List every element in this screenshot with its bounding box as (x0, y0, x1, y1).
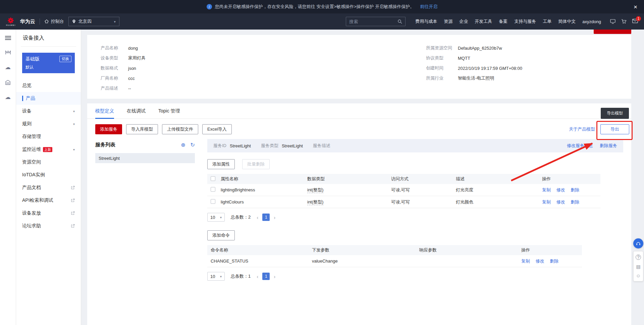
nav-ticket[interactable]: 工单 (543, 18, 551, 25)
page-size-select[interactable]: 10 ▾ (207, 272, 225, 281)
industry-value: 智能生活-电工照明 (458, 75, 494, 81)
service-title: 设备接入 (16, 30, 81, 46)
upload-model-file-button[interactable]: 上传模型文件 (162, 124, 198, 134)
refresh-icon[interactable]: ↻ (191, 142, 195, 148)
add-command-button[interactable]: 添加命令 (207, 230, 235, 240)
nav-account[interactable]: axyzdong (582, 19, 601, 24)
row-checkbox[interactable] (211, 187, 215, 192)
sidebar-item-resource-spaces[interactable]: 资源空间 (16, 156, 81, 169)
edition-name: 基础版 (25, 56, 40, 62)
chevron-left-icon[interactable]: ‹ (256, 215, 259, 220)
excel-import-button[interactable]: Excel导入 (202, 124, 232, 134)
chevron-down-icon: ▾ (73, 148, 75, 151)
nav-resources[interactable]: 资源 (444, 18, 452, 25)
new-badge: 上新 (43, 147, 52, 152)
edit-link[interactable]: 修改 (556, 199, 565, 204)
copy-link[interactable]: 复制 (542, 199, 551, 204)
edition-switch-button[interactable]: 切换 (59, 56, 71, 62)
sidebar-item-forum-help[interactable]: 论坛求助 (16, 220, 81, 232)
chevron-right-icon[interactable]: › (273, 215, 276, 220)
sidebar-item-device-provisioning[interactable]: 设备发放 (16, 207, 81, 220)
search-icon[interactable] (397, 19, 402, 24)
delete-link[interactable]: 删除 (571, 199, 579, 204)
edition-card[interactable]: 基础版 切换 默认 (22, 53, 75, 73)
total-count: 1 (248, 274, 251, 279)
add-property-button[interactable]: 添加属性 (207, 159, 235, 169)
nav-cost[interactable]: 费用与成本 (415, 18, 437, 25)
add-service-icon[interactable]: ⊕ (181, 142, 185, 148)
sidebar-item-devices[interactable]: 设备 ▾ (16, 105, 81, 118)
support-chat-icon[interactable] (633, 238, 643, 248)
sidebar-item-ops-monitor[interactable]: 监控运维上新 ▾ (16, 143, 81, 156)
tab-topic-management[interactable]: Topic 管理 (158, 103, 180, 119)
cloud-service-icon[interactable]: ☁ (5, 64, 11, 71)
header-search[interactable] (346, 17, 406, 26)
partial-red-button[interactable] (594, 30, 631, 34)
row-checkbox[interactable] (211, 199, 215, 204)
edit-service-info-link[interactable]: 修改服务信息 (567, 143, 593, 149)
nav-enterprise[interactable]: 企业 (459, 18, 468, 25)
smiley-feedback-icon[interactable]: ☺ (636, 273, 641, 278)
notification-action-link[interactable]: 前往开启 (420, 4, 437, 10)
brand-name[interactable]: 华为云 (20, 18, 35, 25)
sidebar-item-iotda-instance[interactable]: IoTDA实例 (16, 169, 81, 181)
delete-service-link[interactable]: 删除服务 (600, 143, 617, 149)
current-page[interactable]: 1 (262, 214, 270, 221)
property-type[interactable]: int(整型) (307, 199, 323, 205)
page-size-select[interactable]: 10 ▾ (207, 213, 225, 222)
chevron-right-icon[interactable]: › (273, 274, 276, 279)
console-link[interactable]: 控制台 (44, 18, 64, 25)
chevron-down-icon: ▾ (73, 109, 75, 113)
copy-link[interactable]: 复制 (521, 259, 530, 264)
delete-link[interactable]: 删除 (550, 259, 558, 264)
sidebar-item-product-docs[interactable]: 产品文档 (16, 181, 81, 194)
sidebar-item-products[interactable]: 产品 (16, 92, 81, 105)
nav-devtools[interactable]: 开发工具 (475, 18, 492, 25)
command-param: valueChange (312, 259, 419, 264)
sidebar-item-api-explorer[interactable]: API检索和调试 (16, 194, 81, 207)
export-button[interactable]: 导出 (600, 124, 629, 134)
home-icon (44, 19, 49, 24)
cloud-storage-icon[interactable]: ☁ (5, 94, 11, 101)
sidebar-item-rules[interactable]: 规则 ▾ (16, 118, 81, 130)
service-list-item[interactable]: StreetLight (95, 153, 195, 163)
delete-link[interactable]: 删除 (571, 187, 579, 192)
organization-icon[interactable] (5, 80, 11, 85)
search-input[interactable] (349, 19, 397, 24)
menu-hamburger-icon[interactable] (5, 35, 11, 41)
model-body: 服务列表 ⊕ ↻ StreetLight 服务ID StreetLight 服务… (87, 134, 631, 281)
region-selector[interactable]: 北京四 ▾ (68, 17, 119, 26)
import-library-model-button[interactable]: 导入库模型 (126, 124, 158, 134)
about-product-model-link[interactable]: 关于产品模型 (569, 126, 595, 132)
chevron-left-icon[interactable]: ‹ (256, 274, 259, 279)
tab-online-debug[interactable]: 在线调试 (127, 103, 146, 119)
current-page[interactable]: 1 (262, 273, 270, 280)
iot-service-icon[interactable] (5, 50, 11, 55)
property-type[interactable]: int(整型) (307, 187, 323, 193)
messages-icon[interactable]: 1 (632, 19, 638, 24)
sidebar-item-storage[interactable]: 存储管理 (16, 130, 81, 143)
huawei-logo[interactable]: HUAWEI (6, 17, 16, 26)
main-content: 产品名称dong 设备类型家用灯具 数据格式json 厂商名称ccc 产品描述-… (81, 30, 644, 325)
product-info-card: 产品名称dong 设备类型家用灯具 数据格式json 厂商名称ccc 产品描述-… (87, 35, 631, 99)
copy-link[interactable]: 复制 (542, 187, 551, 192)
edit-link[interactable]: 修改 (536, 259, 544, 264)
console-monitor-icon[interactable] (610, 19, 615, 24)
help-icon[interactable]: ? (636, 254, 641, 260)
nav-language[interactable]: 简体中文 (558, 18, 576, 25)
batch-delete-button: 批量删除 (242, 159, 270, 169)
property-access: 可读,可写 (391, 187, 456, 193)
tab-model-definition[interactable]: 模型定义 (95, 103, 114, 119)
floating-toolbar: ? ▤ ☺ (633, 238, 643, 281)
sidebar-item-overview[interactable]: 总览 (16, 79, 81, 92)
close-icon[interactable]: × (634, 4, 637, 10)
select-all-checkbox[interactable] (211, 176, 215, 181)
add-service-button[interactable]: 添加服务 (95, 124, 122, 134)
edit-link[interactable]: 修改 (556, 187, 565, 192)
cart-icon[interactable] (621, 19, 627, 24)
table-row: lightingBrightness int(整型) 可读,可写 灯光亮度 复制… (207, 184, 600, 196)
survey-icon[interactable]: ▤ (636, 264, 640, 269)
property-desc: 灯光亮度 (456, 187, 542, 193)
nav-icp[interactable]: 备案 (499, 18, 507, 25)
nav-support[interactable]: 支持与服务 (514, 18, 536, 25)
